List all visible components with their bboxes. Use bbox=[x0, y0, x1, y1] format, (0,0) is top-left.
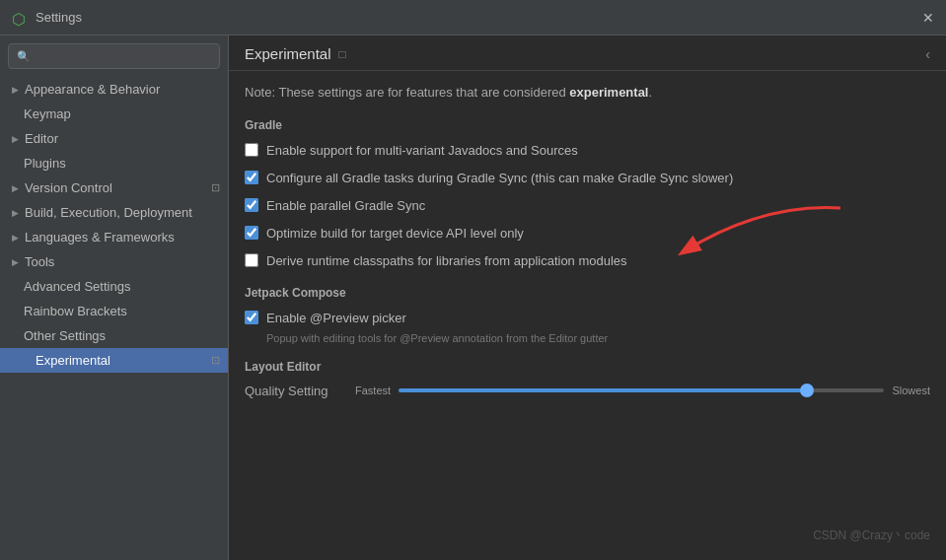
content-title-icon[interactable]: □ bbox=[339, 47, 346, 61]
jetpack-sub-note: Popup with editing tools for @Preview an… bbox=[266, 332, 930, 344]
sidebar-item-label: Tools bbox=[25, 254, 54, 269]
content-area: Experimental □ ‹ Note: These settings ar… bbox=[229, 35, 946, 560]
sidebar-nav: ▶Appearance & BehaviorKeymap▶EditorPlugi… bbox=[0, 77, 228, 373]
sidebar-item-keymap[interactable]: Keymap bbox=[0, 102, 228, 126]
note-suffix: . bbox=[648, 85, 652, 100]
sidebar-item-other[interactable]: Other Settings bbox=[0, 323, 228, 348]
sidebar-item-langs[interactable]: ▶Languages & Frameworks bbox=[0, 225, 228, 249]
quality-setting-row: Quality Setting Fastest Slowest bbox=[245, 384, 930, 398]
gradle-option-configure-all: Configure all Gradle tasks during Gradle… bbox=[245, 170, 930, 187]
app-icon: ⬡ bbox=[12, 10, 28, 26]
sidebar-item-rainbow[interactable]: Rainbow Brackets bbox=[0, 299, 228, 323]
sidebar-item-build[interactable]: ▶Build, Execution, Deployment bbox=[0, 200, 228, 225]
gradle-options: Enable support for multi-variant Javadoc… bbox=[245, 142, 930, 271]
note-block: Note: These settings are for features th… bbox=[245, 83, 930, 103]
checkbox-configure-all[interactable] bbox=[245, 171, 258, 184]
layout-section-label: Layout Editor bbox=[245, 360, 930, 374]
sidebar-item-label: Keymap bbox=[24, 106, 71, 121]
jetpack-section-label: Jetpack Compose bbox=[245, 286, 930, 300]
content-title-text: Experimental bbox=[245, 45, 331, 62]
quality-setting-label: Quality Setting bbox=[245, 384, 343, 398]
title-bar: ⬡ Settings ✕ bbox=[0, 0, 946, 35]
content-title-group: Experimental □ bbox=[245, 45, 346, 62]
sidebar-item-label: Rainbow Brackets bbox=[24, 304, 127, 318]
sidebar-item-vcs[interactable]: ▶Version Control⊡ bbox=[0, 175, 228, 200]
sidebar-item-label: Advanced Settings bbox=[24, 279, 130, 294]
jetpack-option-preview-picker: Enable @Preview picker bbox=[245, 310, 930, 327]
chevron-icon: ▶ bbox=[12, 183, 19, 193]
sidebar-item-advanced[interactable]: Advanced Settings bbox=[0, 274, 228, 299]
checkbox-label-parallel-sync: Enable parallel Gradle Sync bbox=[266, 197, 425, 215]
sidebar-item-label: Build, Execution, Deployment bbox=[25, 205, 192, 220]
slider-min-label: Fastest bbox=[355, 385, 391, 396]
pin-icon: ⊡ bbox=[211, 181, 220, 194]
note-prefix: Note: These settings are for features th… bbox=[245, 85, 569, 100]
sidebar-item-label: Experimental bbox=[36, 353, 110, 368]
chevron-icon: ▶ bbox=[12, 257, 19, 267]
window-title: Settings bbox=[36, 10, 82, 25]
checkbox-preview-picker[interactable] bbox=[245, 311, 258, 324]
gradle-option-derive-runtime: Derive runtime classpaths for libraries … bbox=[245, 252, 930, 270]
content-header: Experimental □ ‹ bbox=[229, 35, 946, 71]
search-box[interactable]: 🔍 bbox=[8, 43, 220, 69]
search-icon: 🔍 bbox=[17, 50, 31, 63]
checkbox-label-optimize-build: Optimize build for target device API lev… bbox=[266, 225, 524, 243]
checkbox-label-derive-runtime: Derive runtime classpaths for libraries … bbox=[266, 252, 627, 270]
sidebar-item-label: Appearance & Behavior bbox=[25, 82, 160, 97]
sidebar-item-label: Version Control bbox=[25, 180, 112, 195]
gradle-section-label: Gradle bbox=[245, 118, 930, 132]
gradle-option-parallel-sync: Enable parallel Gradle Sync bbox=[245, 197, 930, 215]
checkbox-label-configure-all: Configure all Gradle tasks during Gradle… bbox=[266, 170, 733, 187]
close-button[interactable]: ✕ bbox=[922, 10, 934, 26]
chevron-icon: ▶ bbox=[12, 208, 19, 218]
sidebar-item-tools[interactable]: ▶Tools bbox=[0, 249, 228, 274]
sidebar-item-label: Editor bbox=[25, 131, 58, 146]
jetpack-options: Enable @Preview picker bbox=[245, 310, 930, 327]
checkbox-derive-runtime[interactable] bbox=[245, 253, 258, 267]
pin-icon: ⊡ bbox=[211, 354, 220, 367]
slider-wrap: Fastest Slowest bbox=[355, 385, 930, 396]
sidebar-item-label: Languages & Frameworks bbox=[25, 230, 175, 245]
search-input[interactable] bbox=[36, 49, 211, 63]
chevron-icon: ▶ bbox=[12, 85, 19, 95]
sidebar: 🔍 ▶Appearance & BehaviorKeymap▶EditorPlu… bbox=[0, 35, 229, 560]
checkbox-parallel-sync[interactable] bbox=[245, 198, 258, 212]
checkbox-multi-variant[interactable] bbox=[245, 143, 258, 157]
chevron-icon: ▶ bbox=[12, 134, 19, 144]
quality-slider[interactable] bbox=[399, 388, 884, 392]
checkbox-label-preview-picker: Enable @Preview picker bbox=[266, 310, 406, 327]
sidebar-item-label: Other Settings bbox=[24, 328, 106, 343]
slider-max-label: Slowest bbox=[892, 385, 930, 396]
sidebar-item-experimental[interactable]: Experimental⊡ bbox=[0, 348, 228, 373]
main-container: 🔍 ▶Appearance & BehaviorKeymap▶EditorPlu… bbox=[0, 35, 946, 560]
note-highlight: experimental bbox=[569, 85, 648, 100]
chevron-icon: ▶ bbox=[12, 233, 19, 243]
content-body: Note: These settings are for features th… bbox=[229, 71, 946, 410]
gradle-option-multi-variant: Enable support for multi-variant Javadoc… bbox=[245, 142, 930, 160]
checkbox-optimize-build[interactable] bbox=[245, 226, 258, 240]
sidebar-item-label: Plugins bbox=[24, 156, 66, 171]
sidebar-item-editor[interactable]: ▶Editor bbox=[0, 126, 228, 151]
sidebar-item-plugins[interactable]: Plugins bbox=[0, 151, 228, 175]
checkbox-label-multi-variant: Enable support for multi-variant Javadoc… bbox=[266, 142, 578, 160]
sidebar-item-appearance[interactable]: ▶Appearance & Behavior bbox=[0, 77, 228, 102]
gradle-option-optimize-build: Optimize build for target device API lev… bbox=[245, 225, 930, 243]
back-button[interactable]: ‹ bbox=[925, 46, 930, 62]
